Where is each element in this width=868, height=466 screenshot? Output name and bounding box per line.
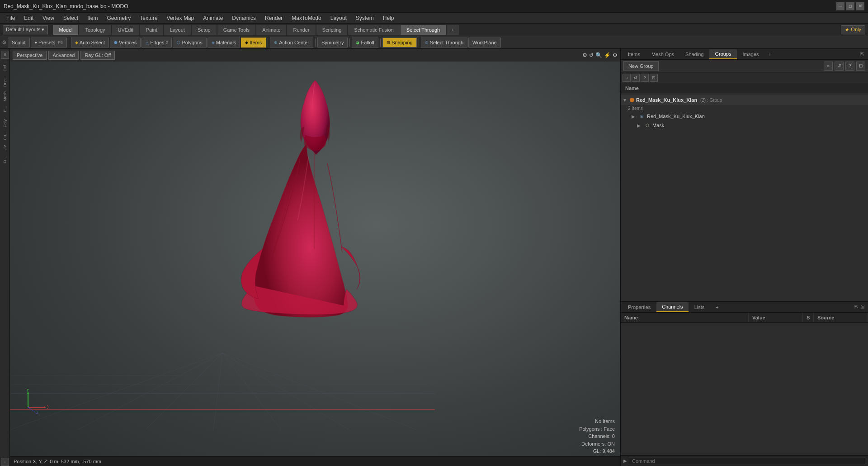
tab-render[interactable]: Render xyxy=(287,25,315,35)
tab-layout[interactable]: Layout xyxy=(164,25,191,35)
maximize-button[interactable]: □ xyxy=(846,2,854,10)
menu-geometry[interactable]: Geometry xyxy=(104,14,135,22)
tab-game-tools[interactable]: Game Tools xyxy=(217,25,256,35)
menu-item[interactable]: Item xyxy=(84,14,101,22)
perspective-button[interactable]: Perspective xyxy=(13,51,47,60)
groups-icon-eye[interactable]: ○ xyxy=(824,62,833,71)
tab-paint[interactable]: Paint xyxy=(140,25,163,35)
falloff-icon: ◕ xyxy=(356,40,359,45)
tab-properties[interactable]: Properties xyxy=(623,302,656,312)
viewport-toolbar: Perspective Advanced Ray GL: Off ⚙ ↺ 🔍 ⚡… xyxy=(10,49,620,62)
expand-button[interactable]: ⇱ xyxy=(859,51,866,57)
tab-add-bottom[interactable]: + xyxy=(710,302,724,312)
tab-groups[interactable]: Groups xyxy=(709,49,736,59)
edges-button[interactable]: △ Edges 2 xyxy=(142,38,172,48)
separator-6 xyxy=(419,38,419,47)
tab-animate[interactable]: Animate xyxy=(256,25,286,35)
action-center-button[interactable]: ⊕ Action Center xyxy=(270,38,313,48)
tab-add-button[interactable]: + xyxy=(765,50,775,58)
polygons-button[interactable]: ⬡ Polygons xyxy=(173,38,206,48)
sidebar-icon-bottom[interactable]: ○ xyxy=(1,458,9,466)
groups-icon-grid[interactable]: ⊡ xyxy=(856,62,865,71)
ray-gl-button[interactable]: Ray GL: Off xyxy=(80,51,115,60)
tab-topology[interactable]: Topology xyxy=(79,25,111,35)
groups-toolbar: New Group ○ ↺ ? ⊡ xyxy=(621,60,868,72)
snapping-button[interactable]: ⊞ Snapping xyxy=(382,38,417,48)
tab-schematic-fusion[interactable]: Schematic Fusion xyxy=(348,25,399,35)
scene-item-mask[interactable]: ▶ ⬡ Mask xyxy=(621,121,868,130)
select-through-button[interactable]: ⊙ Select Through xyxy=(421,38,467,48)
tab-shading[interactable]: Shading xyxy=(680,49,709,59)
layout-dropdown[interactable]: Default Layouts ▾ xyxy=(3,25,48,34)
workplane-button[interactable]: WorkPlane xyxy=(468,38,501,48)
tab-items[interactable]: Items xyxy=(623,49,646,59)
advanced-button[interactable]: Advanced xyxy=(48,51,79,60)
menu-edit[interactable]: Edit xyxy=(20,14,37,22)
menu-texture[interactable]: Texture xyxy=(136,14,161,22)
tab-setup[interactable]: Setup xyxy=(192,25,217,35)
scene-group-row[interactable]: ▼ Red_Mask_Ku_Klux_Klan (2) : Group xyxy=(621,95,868,105)
menu-file[interactable]: File xyxy=(3,14,19,22)
vp-icon-2[interactable]: ↺ xyxy=(589,52,594,58)
tab-select-through[interactable]: Select Through xyxy=(401,25,446,35)
vp-icon-1[interactable]: ⚙ xyxy=(582,52,587,58)
svg-text:X: X xyxy=(47,405,48,410)
scene-icon-grid[interactable]: ⊡ xyxy=(650,74,658,82)
scene-icon-info[interactable]: ? xyxy=(641,74,649,82)
menu-vertex-map[interactable]: Vertex Map xyxy=(163,14,198,22)
sidebar-icon-1[interactable]: ⚙ xyxy=(1,51,9,59)
advanced-label: Advanced xyxy=(52,52,75,58)
minimize-button[interactable]: ─ xyxy=(836,2,844,10)
svg-text:Y: Y xyxy=(26,389,29,393)
vertices-button[interactable]: ⬟ Vertices xyxy=(110,38,141,48)
star-only-button[interactable]: ★ Only xyxy=(841,25,865,34)
col-value: Value xyxy=(749,313,803,322)
menu-select[interactable]: Select xyxy=(60,14,82,22)
left-sidebar: ⚙ Def... Dup... Mesh E... Poly... Cu... … xyxy=(0,49,10,466)
scene-item-mesh[interactable]: ▶ ⊞ Red_Mask_Ku_Klux_Klan xyxy=(621,112,868,121)
mesh-icon: ⊞ xyxy=(639,113,645,119)
tab-channels[interactable]: Channels xyxy=(656,302,688,312)
group-count: (2) : Group xyxy=(699,98,722,103)
tab-plus[interactable]: + xyxy=(447,25,458,35)
tab-mesh-ops[interactable]: Mesh Ops xyxy=(646,49,679,59)
materials-button[interactable]: ◈ Materials xyxy=(208,38,241,48)
groups-icon-refresh[interactable]: ↺ xyxy=(835,62,844,71)
tab-lists[interactable]: Lists xyxy=(689,302,710,312)
bp-collapse-icon[interactable]: ⇲ xyxy=(860,304,864,310)
mask-expand-arrow: ▶ xyxy=(637,123,642,128)
menu-animate[interactable]: Animate xyxy=(199,14,226,22)
sidebar-label-fu: Fu... xyxy=(2,153,8,165)
tab-images[interactable]: Images xyxy=(737,49,764,59)
tab-uvedit[interactable]: UVEdit xyxy=(112,25,139,35)
status-bar: Position X, Y, Z: 0 m, 532 mm, -570 mm xyxy=(10,456,620,466)
presets-button[interactable]: ● Presets F6 xyxy=(31,38,67,48)
menu-layout[interactable]: Layout xyxy=(327,14,350,22)
menu-maxtomode[interactable]: MaxToModo xyxy=(288,14,325,22)
bottom-content xyxy=(621,323,868,455)
vp-icon-4[interactable]: ⚡ xyxy=(604,52,611,58)
command-input[interactable] xyxy=(629,457,865,465)
symmetry-button[interactable]: Symmetry xyxy=(317,38,348,48)
vp-icon-3[interactable]: 🔍 xyxy=(595,52,602,58)
menu-render[interactable]: Render xyxy=(261,14,286,22)
vp-icon-5[interactable]: ⚙ xyxy=(613,52,618,58)
sculpt-button[interactable]: Sculpt xyxy=(8,38,30,48)
tab-scripting[interactable]: Scripting xyxy=(316,25,348,35)
tab-model[interactable]: Model xyxy=(53,25,79,35)
new-group-button[interactable]: New Group xyxy=(623,61,659,71)
auto-select-button[interactable]: ◆ Auto Select xyxy=(71,38,109,48)
menu-help[interactable]: Help xyxy=(379,14,398,22)
menu-view[interactable]: View xyxy=(39,14,58,22)
menu-system[interactable]: System xyxy=(352,14,377,22)
bp-expand-icon[interactable]: ⇱ xyxy=(854,304,859,310)
falloff-button[interactable]: ◕ Falloff xyxy=(352,38,378,48)
menu-dynamics[interactable]: Dynamics xyxy=(228,14,259,22)
items-button[interactable]: ◆ Items xyxy=(241,38,266,48)
groups-icon-info[interactable]: ? xyxy=(845,62,854,71)
scene-icon-eye[interactable]: ○ xyxy=(623,74,631,82)
viewport[interactable]: Perspective Advanced Ray GL: Off ⚙ ↺ 🔍 ⚡… xyxy=(10,49,620,466)
scene-icon-refresh[interactable]: ↺ xyxy=(632,74,640,82)
svg-marker-12 xyxy=(44,406,46,408)
close-button[interactable]: ✕ xyxy=(856,2,864,10)
